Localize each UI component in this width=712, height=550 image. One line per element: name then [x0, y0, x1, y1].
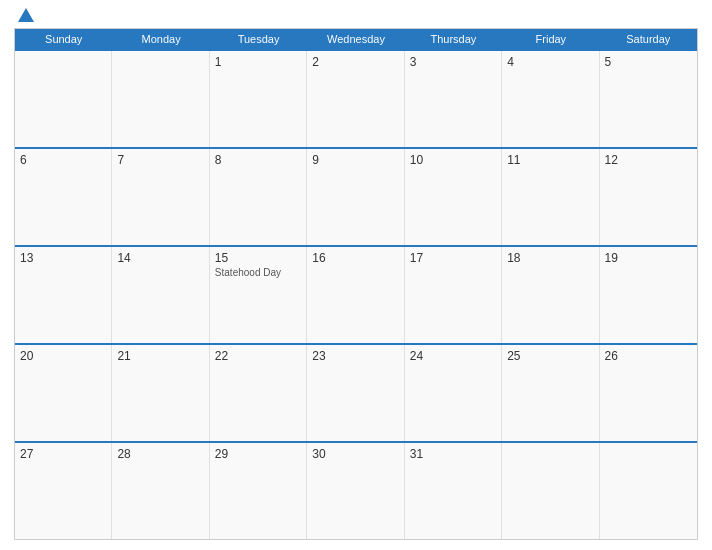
- day-header-tuesday: Tuesday: [210, 29, 307, 49]
- day-cell: 17: [405, 247, 502, 343]
- day-number: 20: [20, 349, 106, 363]
- week-row-5: 2728293031: [15, 441, 697, 539]
- event-label: Statehood Day: [215, 267, 301, 278]
- day-cell: [112, 51, 209, 147]
- day-headers-row: SundayMondayTuesdayWednesdayThursdayFrid…: [15, 29, 697, 49]
- day-number: 13: [20, 251, 106, 265]
- day-number: 30: [312, 447, 398, 461]
- day-number: 1: [215, 55, 301, 69]
- day-number: 3: [410, 55, 496, 69]
- day-cell: [502, 443, 599, 539]
- day-cell: 5: [600, 51, 697, 147]
- day-number: 24: [410, 349, 496, 363]
- page-header: [14, 10, 698, 22]
- day-cell: 3: [405, 51, 502, 147]
- day-cell: 25: [502, 345, 599, 441]
- day-cell: 30: [307, 443, 404, 539]
- day-header-sunday: Sunday: [15, 29, 112, 49]
- day-number: 22: [215, 349, 301, 363]
- day-number: 19: [605, 251, 692, 265]
- day-cell: 16: [307, 247, 404, 343]
- day-number: 28: [117, 447, 203, 461]
- day-cell: 31: [405, 443, 502, 539]
- day-number: 2: [312, 55, 398, 69]
- day-number: 6: [20, 153, 106, 167]
- day-cell: 27: [15, 443, 112, 539]
- day-number: 31: [410, 447, 496, 461]
- day-number: 27: [20, 447, 106, 461]
- day-cell: 8: [210, 149, 307, 245]
- day-number: 21: [117, 349, 203, 363]
- day-number: 9: [312, 153, 398, 167]
- day-number: 4: [507, 55, 593, 69]
- day-number: 12: [605, 153, 692, 167]
- day-cell: 14: [112, 247, 209, 343]
- week-row-1: 12345: [15, 49, 697, 147]
- day-cell: 24: [405, 345, 502, 441]
- week-row-3: 131415Statehood Day16171819: [15, 245, 697, 343]
- day-cell: 10: [405, 149, 502, 245]
- day-header-thursday: Thursday: [405, 29, 502, 49]
- day-number: 25: [507, 349, 593, 363]
- day-cell: 1: [210, 51, 307, 147]
- day-cell: [600, 443, 697, 539]
- day-number: 29: [215, 447, 301, 461]
- day-cell: 12: [600, 149, 697, 245]
- day-cell: 26: [600, 345, 697, 441]
- day-cell: 22: [210, 345, 307, 441]
- day-header-monday: Monday: [112, 29, 209, 49]
- day-cell: 28: [112, 443, 209, 539]
- day-header-friday: Friday: [502, 29, 599, 49]
- calendar-page: SundayMondayTuesdayWednesdayThursdayFrid…: [0, 0, 712, 550]
- weeks-container: 123456789101112131415Statehood Day161718…: [15, 49, 697, 539]
- day-number: 18: [507, 251, 593, 265]
- day-number: 26: [605, 349, 692, 363]
- day-number: 11: [507, 153, 593, 167]
- day-cell: 9: [307, 149, 404, 245]
- day-cell: 6: [15, 149, 112, 245]
- day-number: 5: [605, 55, 692, 69]
- day-cell: 23: [307, 345, 404, 441]
- day-cell: 19: [600, 247, 697, 343]
- day-number: 15: [215, 251, 301, 265]
- day-number: 14: [117, 251, 203, 265]
- day-number: 23: [312, 349, 398, 363]
- logo: [14, 10, 34, 22]
- day-header-wednesday: Wednesday: [307, 29, 404, 49]
- day-number: 17: [410, 251, 496, 265]
- day-cell: 7: [112, 149, 209, 245]
- day-cell: 20: [15, 345, 112, 441]
- day-number: 10: [410, 153, 496, 167]
- day-number: 16: [312, 251, 398, 265]
- day-cell: 2: [307, 51, 404, 147]
- day-cell: 11: [502, 149, 599, 245]
- day-header-saturday: Saturday: [600, 29, 697, 49]
- day-number: 8: [215, 153, 301, 167]
- week-row-2: 6789101112: [15, 147, 697, 245]
- week-row-4: 20212223242526: [15, 343, 697, 441]
- day-cell: 21: [112, 345, 209, 441]
- day-cell: 13: [15, 247, 112, 343]
- day-cell: 29: [210, 443, 307, 539]
- day-number: 7: [117, 153, 203, 167]
- logo-triangle-icon: [18, 8, 34, 22]
- day-cell: 4: [502, 51, 599, 147]
- calendar-grid: SundayMondayTuesdayWednesdayThursdayFrid…: [14, 28, 698, 540]
- day-cell: 18: [502, 247, 599, 343]
- day-cell: 15Statehood Day: [210, 247, 307, 343]
- day-cell: [15, 51, 112, 147]
